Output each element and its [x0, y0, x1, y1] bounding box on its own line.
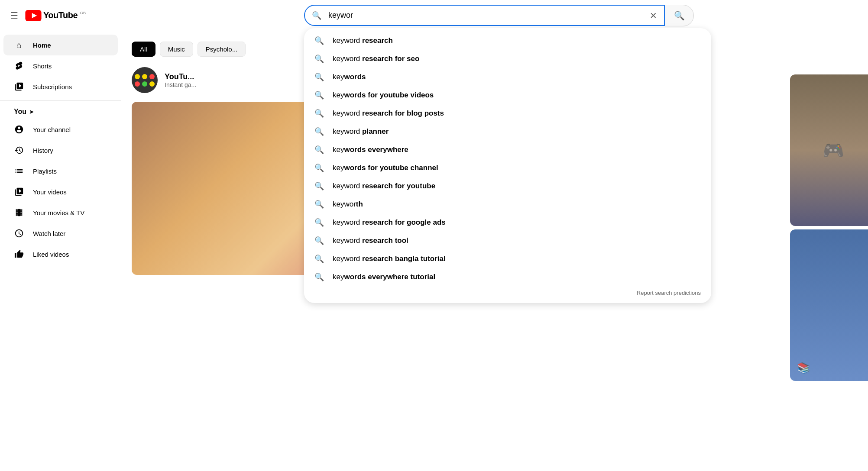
- youtube-wordmark: YouTube: [43, 10, 78, 20]
- right-thumb-1[interactable]: 🎮: [790, 74, 868, 226]
- suggestion-text-13: keyword research bangla tutorial: [333, 255, 446, 263]
- dropdown-item-2[interactable]: 🔍 keyword research for seo: [304, 50, 711, 68]
- shorts-icon: [14, 61, 24, 71]
- sidebar-item-watch-later-label: Watch later: [33, 230, 65, 237]
- right-thumb-2[interactable]: 📚: [790, 229, 868, 381]
- header-left: ☰ YouTube GB: [10, 10, 140, 21]
- filter-chip-music[interactable]: Music: [160, 42, 193, 57]
- dropdown-item-10[interactable]: 🔍 keyworth: [304, 195, 711, 213]
- chevron-right-icon: ➤: [29, 108, 34, 115]
- dropdown-item-3[interactable]: 🔍 keywords: [304, 68, 711, 86]
- suggestion-text-7: keywords everywhere: [333, 145, 408, 154]
- search-suggestion-icon: 🔍: [314, 181, 324, 191]
- search-suggestion-icon: 🔍: [314, 200, 324, 209]
- search-input[interactable]: [328, 6, 643, 25]
- search-suggestion-icon: 🔍: [314, 254, 324, 264]
- suggestion-text-8: keywords for youtube channel: [333, 164, 438, 172]
- search-suggestion-icon: 🔍: [314, 145, 324, 155]
- search-suggestion-icon: 🔍: [314, 127, 324, 136]
- suggestion-text-11: keyword research for google ads: [333, 218, 446, 227]
- your-channel-icon: [14, 125, 24, 134]
- search-suggestion-icon: 🔍: [314, 109, 324, 118]
- right-thumb-2-decor: 📚: [797, 362, 810, 374]
- sidebar-item-your-channel[interactable]: Your channel: [3, 119, 118, 140]
- dropdown-item-7[interactable]: 🔍 keywords everywhere: [304, 141, 711, 159]
- sidebar-item-playlists[interactable]: Playlists: [3, 161, 118, 181]
- sidebar-item-subscriptions-label: Subscriptions: [33, 83, 72, 90]
- sidebar-item-liked-videos-label: Liked videos: [33, 251, 69, 258]
- history-icon: [14, 145, 24, 155]
- search-suggestion-icon: 🔍: [314, 218, 324, 227]
- sidebar-item-watch-later[interactable]: Watch later: [3, 223, 118, 244]
- dropdown-item-12[interactable]: 🔍 keyword research tool: [304, 232, 711, 250]
- search-button[interactable]: 🔍: [665, 5, 694, 26]
- suggestion-text-5: keyword research for blog posts: [333, 109, 444, 118]
- watch-later-icon: [14, 229, 24, 238]
- channel-avatar: [132, 67, 158, 93]
- search-suggestion-icon: 🔍: [314, 272, 324, 282]
- dropdown-item-4[interactable]: 🔍 keywords for youtube videos: [304, 86, 711, 104]
- dot-1: [135, 74, 140, 79]
- dropdown-item-9[interactable]: 🔍 keyword research for youtube: [304, 177, 711, 195]
- region-badge: GB: [80, 11, 86, 15]
- dropdown-item-14[interactable]: 🔍 keywords everywhere tutorial: [304, 268, 711, 286]
- youtube-icon: [25, 10, 42, 21]
- sidebar-item-home-label: Home: [33, 42, 51, 49]
- logo-container[interactable]: YouTube GB: [25, 10, 86, 21]
- suggestion-text-4: keywords for youtube videos: [333, 91, 434, 100]
- dropdown-item-6[interactable]: 🔍 keyword planner: [304, 123, 711, 141]
- sidebar-item-shorts-label: Shorts: [33, 62, 52, 70]
- sidebar-item-liked-videos[interactable]: Liked videos: [3, 244, 118, 265]
- suggestion-text-2: keyword research for seo: [333, 55, 419, 63]
- dropdown-item-8[interactable]: 🔍 keywords for youtube channel: [304, 159, 711, 177]
- sidebar-item-your-channel-label: Your channel: [33, 126, 71, 133]
- header: ☰ YouTube GB 🔍 ✕ 🔍 🔍: [0, 0, 868, 31]
- sidebar-item-home[interactable]: ⌂ Home: [3, 35, 118, 55]
- search-suggestion-icon: 🔍: [314, 36, 324, 45]
- menu-icon[interactable]: ☰: [10, 10, 18, 21]
- search-dropdown: 🔍 keyword research 🔍 keyword research fo…: [304, 28, 711, 303]
- search-suggestion-icon: 🔍: [314, 54, 324, 64]
- sidebar-item-history[interactable]: History: [3, 140, 118, 161]
- dot-5: [142, 81, 147, 87]
- dropdown-item-11[interactable]: 🔍 keyword research for google ads: [304, 213, 711, 232]
- suggestion-text-10: keyworth: [333, 200, 363, 209]
- suggestion-text-9: keyword research for youtube: [333, 182, 435, 190]
- right-thumb-icon: 🎮: [823, 140, 844, 161]
- dot-3: [149, 74, 155, 79]
- filter-chip-psycholo[interactable]: Psycholo...: [198, 42, 246, 57]
- suggestion-text-6: keyword planner: [333, 127, 389, 136]
- search-suggestion-icon: 🔍: [314, 236, 324, 245]
- report-predictions-link[interactable]: Report search predictions: [304, 286, 711, 300]
- sidebar-item-your-videos[interactable]: Your videos: [3, 181, 118, 202]
- search-icon-left: 🔍: [305, 11, 328, 20]
- suggestion-text-14: keywords everywhere tutorial: [333, 273, 435, 281]
- sidebar: ⌂ Home Shorts Subscriptions You ➤ Your c…: [0, 31, 121, 471]
- youtube-logo: YouTube GB: [25, 10, 86, 21]
- dropdown-item-5[interactable]: 🔍 keyword research for blog posts: [304, 104, 711, 123]
- your-movies-icon: [14, 208, 24, 217]
- sidebar-item-your-videos-label: Your videos: [33, 188, 67, 196]
- playlists-icon: [14, 166, 24, 176]
- sidebar-item-subscriptions[interactable]: Subscriptions: [3, 76, 118, 97]
- dropdown-item-1[interactable]: 🔍 keyword research: [304, 32, 711, 50]
- sidebar-you-section[interactable]: You ➤: [0, 104, 121, 119]
- subscriptions-icon: [14, 82, 24, 91]
- channel-dots: [130, 70, 159, 91]
- header-center: 🔍 ✕ 🔍 🔍 keyword research 🔍 keyword resea…: [140, 5, 858, 26]
- search-suggestion-icon: 🔍: [314, 163, 324, 173]
- channel-name: YouTu...: [165, 72, 196, 81]
- sidebar-item-playlists-label: Playlists: [33, 168, 57, 175]
- right-thumbnails: 🎮 📚: [790, 74, 868, 381]
- sidebar-item-shorts[interactable]: Shorts: [3, 55, 118, 76]
- channel-sub-text: Instant ga...: [165, 81, 196, 88]
- dropdown-item-13[interactable]: 🔍 keyword research bangla tutorial: [304, 250, 711, 268]
- liked-videos-icon: [14, 249, 24, 259]
- clear-button[interactable]: ✕: [643, 10, 664, 21]
- filter-chip-all[interactable]: All: [132, 42, 155, 57]
- sidebar-divider-1: [0, 100, 121, 101]
- search-box: 🔍 ✕: [304, 5, 665, 26]
- dot-4: [135, 81, 140, 87]
- your-videos-icon: [14, 187, 24, 197]
- sidebar-item-your-movies[interactable]: Your movies & TV: [3, 202, 118, 223]
